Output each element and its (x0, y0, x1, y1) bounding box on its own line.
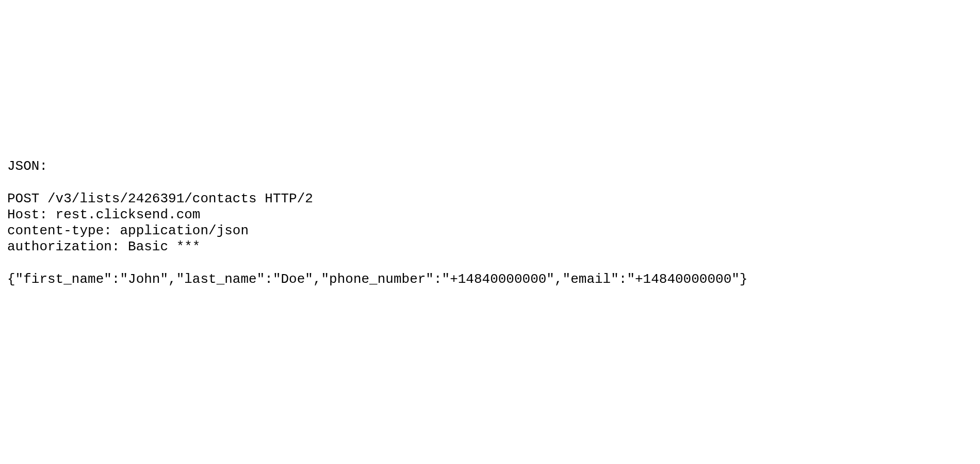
host-header: Host: rest.clicksend.com (7, 207, 200, 222)
request-line: POST /v3/lists/2426391/contacts HTTP/2 (7, 191, 313, 206)
request-body: {"first_name":"John","last_name":"Doe","… (7, 271, 747, 287)
json-label: JSON: (7, 158, 47, 174)
http-request-code-block: JSON: POST /v3/lists/2426391/contacts HT… (7, 142, 980, 287)
authorization-header: authorization: Basic *** (7, 239, 200, 254)
content-type-header: content-type: application/json (7, 223, 249, 238)
